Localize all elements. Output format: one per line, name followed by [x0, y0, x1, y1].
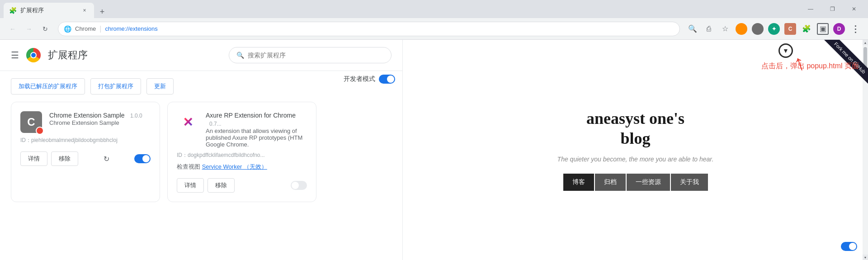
- main-area: ☰ 扩展程序 🔍 开发者模式 加载已解压的扩展程序 打包扩展程序 更新: [0, 40, 868, 260]
- tab-title: 扩展程序: [20, 6, 77, 14]
- blog-nav-item-blog[interactable]: 博客: [563, 174, 594, 191]
- blog-nav-item-about[interactable]: 关于我: [671, 174, 708, 191]
- avatar-purple: D: [833, 23, 845, 35]
- blog-title: aneasyst one's blog: [586, 109, 684, 148]
- ext-id: ID：piehleobmalmnedjbildoobgmbbhcloj: [20, 137, 151, 144]
- nav-actions: 🔍 ⎙ ☆ ✦ C 🧩 ▣ D ⋮: [685, 22, 863, 36]
- ext-footer-buttons: 详情 移除: [20, 151, 78, 166]
- profile-icon-orange[interactable]: [734, 22, 749, 36]
- blog-page: Fork me on GitHub aneasyst one's blog Th…: [402, 40, 868, 260]
- remove-button-2[interactable]: 移除: [208, 178, 235, 193]
- ext-footer-buttons-2: 详情 移除: [177, 178, 235, 193]
- search-input[interactable]: [248, 52, 384, 59]
- tab-area: 🧩 扩展程序 × +: [4, 0, 797, 18]
- sidebar-button[interactable]: ▣: [816, 22, 830, 36]
- ext-record-badge: [36, 127, 44, 135]
- chrome-inner: [30, 52, 37, 58]
- blog-title-line1: aneasyst one's: [586, 109, 684, 128]
- ext-version: 1.0.0: [130, 113, 142, 119]
- address-bar[interactable]: 🌐 Chrome | chrome://extensions: [58, 22, 680, 36]
- pack-extension-button[interactable]: 打包扩展程序: [90, 78, 141, 95]
- dev-mode-label: 开发者模式: [344, 75, 375, 83]
- ext-name: Chrome Extension Sample: [49, 112, 125, 119]
- details-button-1[interactable]: 详情: [20, 151, 47, 166]
- extension-card-axure: ✕ Axure RP Extension for Chrome 0.7... A…: [167, 102, 316, 202]
- axure-icon-letter: ✕: [183, 115, 193, 130]
- ext-card-footer: 详情 移除 ↻: [20, 151, 151, 166]
- bottom-toggle-switch[interactable]: [841, 242, 857, 251]
- ext-name-version: Chrome Extension Sample 1.0.0: [49, 111, 151, 119]
- active-tab[interactable]: 🧩 扩展程序 ×: [4, 3, 94, 18]
- forward-button[interactable]: →: [22, 22, 36, 36]
- annotation-text: 点击后，弹出 popup.html 页面: [761, 61, 859, 71]
- user-avatar[interactable]: D: [832, 22, 846, 36]
- ext-desc-2: An extension that allows viewing of publ…: [206, 128, 307, 148]
- ext-icon-c: C: [20, 111, 42, 133]
- tab-close-button[interactable]: ×: [80, 6, 89, 14]
- blog-nav-item-archive[interactable]: 归档: [595, 174, 626, 191]
- sidebar-icon: ▣: [817, 23, 829, 35]
- ext-actions: 加载已解压的扩展程序 打包扩展程序 更新: [0, 71, 402, 102]
- ext-cards-container: C Chrome Extension Sample 1.0.0 Chrome E…: [0, 102, 402, 202]
- chrome-brand-label: Chrome: [75, 25, 96, 32]
- extensions-page: ☰ 扩展程序 🔍 开发者模式 加载已解压的扩展程序 打包扩展程序 更新: [0, 40, 402, 260]
- new-tab-button[interactable]: +: [96, 5, 108, 18]
- search-box[interactable]: 🔍: [229, 47, 392, 63]
- avatar-wolf: [752, 23, 764, 35]
- ext-card-footer-2: 详情 移除: [177, 178, 307, 193]
- bottom-toggle[interactable]: [841, 242, 857, 253]
- ext-info: Chrome Extension Sample 1.0.0 Chrome Ext…: [49, 111, 151, 126]
- details-button-2[interactable]: 详情: [177, 178, 204, 193]
- service-worker-link[interactable]: Service Worker （无效）: [202, 163, 267, 170]
- extensions-button[interactable]: 🧩: [799, 22, 814, 36]
- blog-nav: 博客 归档 一些资源 关于我: [563, 174, 708, 191]
- titlebar: 🧩 扩展程序 × + — ❐ ✕: [0, 0, 868, 18]
- ext-card-header: C Chrome Extension Sample 1.0.0 Chrome E…: [20, 111, 151, 133]
- minimize-button[interactable]: —: [800, 2, 821, 16]
- dev-mode-toggle[interactable]: [379, 75, 395, 84]
- inspect-label: 检查视图: [177, 163, 200, 170]
- remove-button-1[interactable]: 移除: [51, 151, 78, 166]
- site-icon: 🌐: [64, 25, 71, 33]
- hamburger-menu[interactable]: ☰: [11, 50, 19, 61]
- ext-info-2: Axure RP Extension for Chrome 0.7... An …: [206, 111, 307, 148]
- search-icon: 🔍: [236, 52, 244, 59]
- enable-toggle-1[interactable]: [134, 154, 151, 163]
- load-extension-button[interactable]: 加载已解压的扩展程序: [11, 78, 85, 95]
- share-button[interactable]: ⎙: [702, 22, 716, 36]
- search-button[interactable]: 🔍: [685, 22, 700, 36]
- extension-card-chrome-sample: C Chrome Extension Sample 1.0.0 Chrome E…: [11, 102, 160, 202]
- restore-button[interactable]: ❐: [822, 2, 843, 16]
- extensions-header: ☰ 扩展程序 🔍: [0, 40, 402, 71]
- ext-icon-letter: C: [27, 116, 35, 128]
- ext-card-header-2: ✕ Axure RP Extension for Chrome 0.7... A…: [177, 111, 307, 148]
- bookmark-button[interactable]: ☆: [718, 22, 732, 36]
- page-title: 扩展程序: [48, 48, 88, 62]
- avatar-orange: [736, 23, 747, 35]
- address-url: chrome://extensions: [105, 25, 157, 32]
- ext-inspect-view: 检查视图 Service Worker （无效）: [177, 163, 307, 171]
- menu-button[interactable]: ⋮: [848, 22, 863, 36]
- reload-icon-1[interactable]: ↻: [100, 152, 113, 165]
- openai-icon[interactable]: ✦: [767, 22, 781, 36]
- update-button[interactable]: 更新: [146, 78, 174, 95]
- claude-logo: C: [784, 23, 796, 35]
- window-controls: — ❐ ✕: [800, 2, 864, 16]
- ext-id-2: ID：dogkpdffcklifaemcdfbildhcofno...: [177, 151, 307, 159]
- ext-desc: Chrome Extension Sample: [49, 119, 151, 126]
- profile-icon-wolf[interactable]: [750, 22, 765, 36]
- chrome-logo: [26, 48, 41, 62]
- claude-icon[interactable]: C: [783, 22, 797, 36]
- tab-extension-icon: 🧩: [9, 7, 17, 14]
- scroll-down-arrow[interactable]: ▼: [863, 255, 868, 260]
- ext-icon-axure: ✕: [177, 111, 198, 133]
- annotation-label: 点击后，弹出 popup.html 页面: [761, 62, 859, 70]
- close-button[interactable]: ✕: [844, 2, 864, 16]
- back-button[interactable]: ←: [5, 22, 20, 36]
- navbar: ← → ↻ 🌐 Chrome | chrome://extensions 🔍 ⎙…: [0, 18, 868, 40]
- blog-nav-item-resources[interactable]: 一些资源: [627, 174, 670, 191]
- enable-toggle-2[interactable]: [291, 181, 307, 190]
- reload-button[interactable]: ↻: [38, 22, 52, 36]
- ext-name-2: Axure RP Extension for Chrome: [206, 112, 296, 119]
- openai-logo: ✦: [768, 23, 780, 35]
